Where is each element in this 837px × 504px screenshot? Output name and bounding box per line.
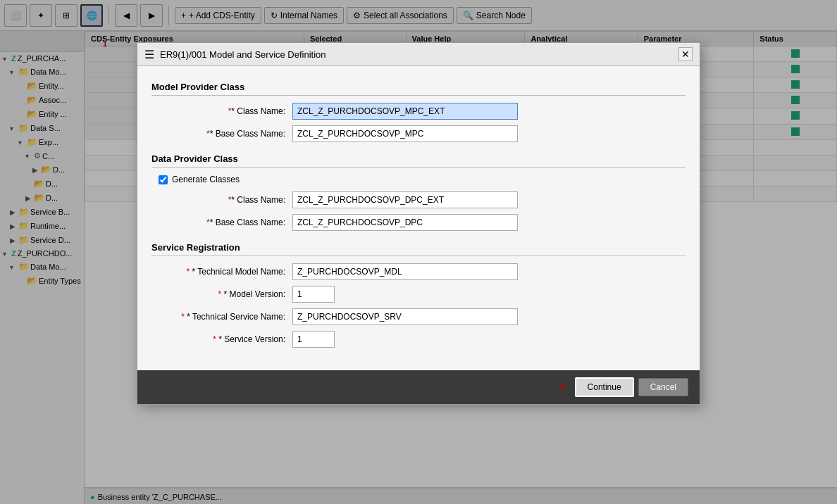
cancel-button[interactable]: Cancel: [638, 378, 688, 396]
generate-classes-checkbox[interactable]: [159, 175, 168, 184]
tech-service-label: * * Technical Service Name:: [151, 312, 292, 322]
form-row-service-version: * * Service Version:: [151, 331, 686, 348]
data-base-class-input[interactable]: [292, 214, 518, 231]
model-base-class-input[interactable]: [292, 125, 518, 142]
form-row-tech-service: * * Technical Service Name:: [151, 308, 686, 325]
modal-title: ER9(1)/001 Model and Service Definition: [160, 49, 326, 60]
modal-body: Model Provider Class ** Class Name: ** B…: [137, 66, 700, 370]
dpc-base-label: ** Base Class Name:: [151, 218, 292, 227]
form-row-class-name: ** Class Name:: [151, 103, 686, 120]
form-row-dpc-base: ** Base Class Name:: [151, 214, 686, 231]
modal-header: ☰ ER9(1)/001 Model and Service Definitio…: [137, 43, 700, 66]
modal-dialog: ☰ ER9(1)/001 Model and Service Definitio…: [137, 42, 700, 405]
generate-classes-row: Generate Classes: [159, 175, 686, 184]
form-row-base-class: ** Base Class Name:: [151, 125, 686, 142]
form-row-dpc-class: ** Class Name:: [151, 191, 686, 208]
data-class-name-input[interactable]: [292, 191, 518, 208]
hamburger-icon[interactable]: ☰: [144, 48, 154, 61]
form-row-model-version: * * Model Version:: [151, 286, 686, 303]
service-version-label: * * Service Version:: [151, 334, 292, 344]
section-data-provider-title: Data Provider Class: [151, 153, 686, 168]
section-service-reg-title: Service Registration: [151, 242, 686, 256]
marker-2: 2: [560, 382, 565, 392]
model-version-label: * * Model Version:: [151, 289, 292, 299]
service-version-input[interactable]: [292, 331, 335, 348]
tech-model-name-input[interactable]: [292, 263, 518, 280]
modal-header-left: ☰ ER9(1)/001 Model and Service Definitio…: [144, 48, 326, 61]
continue-button[interactable]: Continue: [575, 377, 634, 397]
model-class-name-input[interactable]: [292, 103, 518, 120]
modal-footer: 2 Continue Cancel: [137, 370, 700, 404]
form-row-tech-model: * * Technical Model Name:: [151, 263, 686, 280]
modal-close-button[interactable]: ✕: [678, 47, 693, 61]
class-name-label: ** Class Name:: [151, 106, 292, 116]
model-version-input[interactable]: [292, 286, 335, 303]
tech-model-label: * * Technical Model Name:: [151, 267, 292, 277]
base-class-label: ** Base Class Name:: [151, 129, 292, 139]
section-model-provider-title: Model Provider Class: [151, 82, 686, 96]
tech-service-name-input[interactable]: [292, 308, 518, 325]
modal-overlay: ☰ ER9(1)/001 Model and Service Definitio…: [0, 0, 837, 504]
generate-classes-label: Generate Classes: [172, 175, 240, 184]
dpc-class-label: ** Class Name:: [151, 195, 292, 205]
